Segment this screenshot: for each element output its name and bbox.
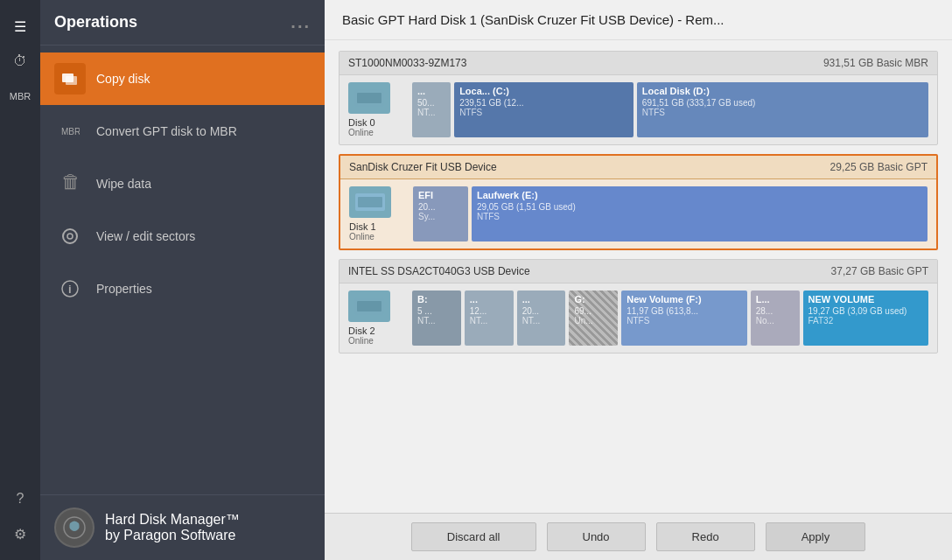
disk-0-sub1: Online	[348, 128, 405, 137]
disk-1-icon	[349, 186, 391, 218]
svg-text:MBR: MBR	[61, 127, 80, 136]
disk-body-2: Disk 2 Online B: 5 ... NT... ... 12... N…	[340, 284, 937, 353]
partition[interactable]: NEW VOLUME 19,27 GB (3,09 GB used) FAT32	[803, 290, 928, 346]
partition[interactable]: B: 5 ... NT...	[412, 290, 461, 346]
copy-disk-icon	[54, 63, 86, 94]
disk-body-0: Disk 0 Online ... 50... NT... Loca... (C…	[340, 75, 937, 144]
svg-rect-1	[66, 76, 77, 85]
disk-1-name: SanDisk Cruzer Fit USB Device	[349, 161, 497, 173]
convert-icon: MBR	[54, 116, 86, 147]
disk-0-partitions: ... 50... NT... Loca... (C:) 239,51 GB (…	[412, 82, 928, 137]
disk-2-name: INTEL SS DSA2CT040G3 USB Device	[348, 265, 530, 277]
sidebar-item-view-edit-sectors[interactable]: View / edit sectors	[40, 210, 325, 262]
convert-gpt-label: Convert GPT disk to MBR	[96, 124, 237, 138]
disk-1-label: Disk 1	[349, 221, 406, 232]
disk-list: ST1000NM0033-9ZM173 931,51 GB Basic MBR …	[325, 40, 952, 513]
icon-sidebar: ☰ ⏱ MBR ? ⚙	[0, 0, 40, 560]
disk-card-0[interactable]: ST1000NM0033-9ZM173 931,51 GB Basic MBR …	[339, 51, 938, 145]
svg-text:🗑: 🗑	[61, 174, 80, 192]
disk-2-sub1: Online	[348, 336, 405, 346]
disk-2-info: Disk 2 Online	[348, 290, 405, 346]
app-name: Hard Disk Manager™	[105, 512, 240, 528]
main-header: Basic GPT Hard Disk 1 (SanDisk Cruzer Fi…	[325, 0, 952, 40]
svg-rect-10	[357, 93, 382, 103]
view-edit-sectors-label: View / edit sectors	[96, 229, 195, 243]
disk-1-sub1: Online	[349, 232, 406, 242]
disk-body-1: Disk 1 Online EFI 20... Sy... Laufwerk (…	[340, 179, 936, 248]
sidebar-item-convert-gpt[interactable]: MBR Convert GPT disk to MBR	[40, 105, 325, 158]
disk-0-icon	[348, 82, 390, 114]
disk-1-partitions: EFI 20... Sy... Laufwerk (E:) 29,05 GB (…	[413, 186, 928, 242]
history-icon[interactable]: ⏱	[4, 46, 36, 77]
app-logo	[54, 508, 94, 548]
footer-text: Hard Disk Manager™ by Paragon Software	[105, 512, 240, 543]
menu-icon[interactable]: ☰	[4, 10, 36, 42]
discard-all-button[interactable]: Discard all	[411, 522, 536, 551]
disk-0-label: Disk 0	[348, 117, 405, 128]
partition[interactable]: Laufwerk (E:) 29,05 GB (1,51 GB used) NT…	[472, 186, 928, 242]
partition[interactable]: Loca... (C:) 239,51 GB (12... NTFS	[454, 82, 634, 137]
partition[interactable]: G: 69... Un...	[569, 290, 618, 346]
disk-2-icon	[348, 290, 390, 322]
partition[interactable]: ... 12... NT...	[465, 290, 514, 346]
main-content: Basic GPT Hard Disk 1 (SanDisk Cruzer Fi…	[325, 0, 952, 560]
undo-button[interactable]: Undo	[547, 522, 646, 551]
disk-header-1: SanDisk Cruzer Fit USB Device 29,25 GB B…	[340, 156, 936, 179]
disk-1-info: Disk 1 Online	[349, 186, 406, 242]
footer-buttons: Discard all Undo Redo Apply	[325, 513, 952, 560]
sectors-icon	[54, 220, 86, 252]
svg-point-5	[67, 234, 73, 239]
sidebar-item-properties[interactable]: i Properties	[40, 262, 325, 315]
sidebar-item-copy-disk[interactable]: Copy disk	[40, 52, 325, 105]
properties-label: Properties	[96, 282, 152, 296]
sidebar-menu: Copy disk MBR Convert GPT disk to MBR 🗑 …	[40, 46, 325, 322]
partition[interactable]: L... 28... No...	[751, 290, 800, 346]
disk-card-2[interactable]: INTEL SS DSA2CT040G3 USB Device 37,27 GB…	[339, 259, 938, 354]
disk-header-0: ST1000NM0033-9ZM173 931,51 GB Basic MBR	[340, 52, 937, 75]
disk-2-label: Disk 2	[348, 326, 405, 336]
sidebar-dots[interactable]: ...	[290, 12, 311, 32]
disk-0-name: ST1000NM0033-9ZM173	[348, 57, 466, 69]
settings-icon[interactable]: ⚙	[4, 518, 36, 550]
partition[interactable]: New Volume (F:) 11,97 GB (613,8... NTFS	[621, 290, 746, 346]
sidebar-header: Operations ...	[40, 0, 325, 46]
partition[interactable]: EFI 20... Sy...	[413, 186, 468, 242]
partition[interactable]: ... 50... NT...	[412, 82, 451, 137]
info-icon: i	[54, 273, 86, 304]
disk-2-size: 37,27 GB Basic GPT	[831, 265, 928, 277]
svg-point-4	[63, 229, 77, 243]
svg-rect-12	[358, 197, 382, 207]
redo-button[interactable]: Redo	[656, 522, 755, 551]
sidebar-title: Operations	[54, 13, 137, 32]
disk-header-2: INTEL SS DSA2CT040G3 USB Device 37,27 GB…	[340, 260, 937, 284]
svg-text:i: i	[68, 283, 72, 296]
disk-2-partitions: B: 5 ... NT... ... 12... NT... ... 20...…	[412, 290, 928, 346]
disk-mbr-icon[interactable]: MBR	[4, 80, 36, 112]
wipe-data-label: Wipe data	[96, 177, 151, 191]
wipe-icon: 🗑	[54, 168, 86, 200]
sidebar-footer: Hard Disk Manager™ by Paragon Software	[40, 494, 325, 560]
copy-disk-label: Copy disk	[96, 72, 150, 86]
help-icon[interactable]: ?	[4, 483, 36, 514]
apply-button[interactable]: Apply	[766, 522, 866, 551]
partition[interactable]: Local Disk (D:) 691,51 GB (333,17 GB use…	[637, 82, 928, 137]
app-sub: by Paragon Software	[105, 528, 240, 543]
disk-1-size: 29,25 GB Basic GPT	[830, 161, 928, 173]
disk-0-size: 931,51 GB Basic MBR	[823, 57, 928, 69]
operations-sidebar: Operations ... Copy disk MBR Convert GPT…	[40, 0, 325, 560]
partition[interactable]: ... 20... NT...	[517, 290, 566, 346]
disk-0-info: Disk 0 Online	[348, 82, 405, 137]
sidebar-item-wipe-data[interactable]: 🗑 Wipe data	[40, 158, 325, 210]
disk-card-1[interactable]: SanDisk Cruzer Fit USB Device 29,25 GB B…	[339, 154, 938, 250]
svg-rect-14	[357, 301, 382, 312]
